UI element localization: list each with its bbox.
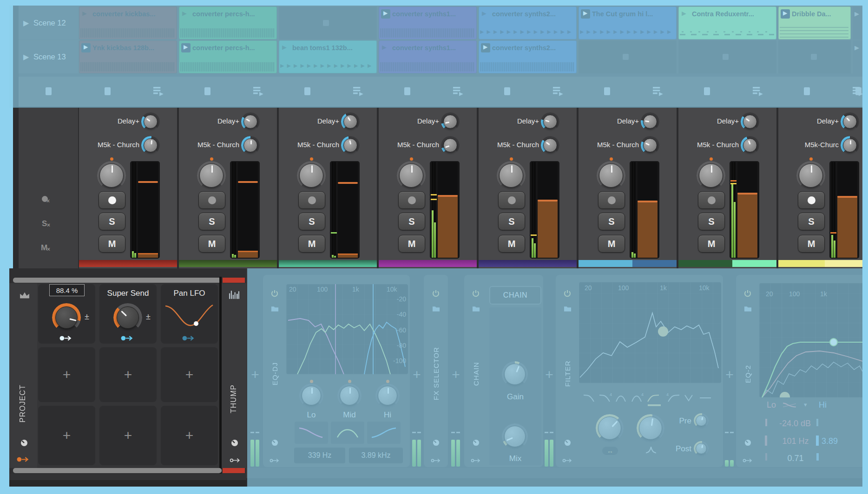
eq-dj-power-icon[interactable] (271, 290, 278, 297)
send-knob[interactable] (441, 136, 460, 155)
mute-clear-button[interactable]: M × (41, 243, 55, 253)
mute-button[interactable]: M (198, 235, 225, 253)
mute-button[interactable]: M (798, 235, 825, 253)
clip-slot-empty[interactable] (778, 40, 851, 73)
solo-button[interactable]: S (798, 213, 825, 230)
send-knob[interactable] (241, 136, 260, 155)
fader-handle[interactable] (338, 182, 358, 184)
crown-icon[interactable] (20, 292, 30, 299)
remote-cell-empty[interactable]: + (161, 347, 218, 402)
mod-route-icon-1[interactable] (59, 335, 72, 341)
send-knob[interactable] (341, 136, 360, 155)
eq-2-freq-value[interactable]: 101 Hz (772, 436, 819, 446)
solo-button[interactable]: S (198, 213, 225, 230)
pan-lfo-curve[interactable] (164, 301, 215, 329)
insert-device-button[interactable]: + (450, 368, 462, 382)
clip-stack-button[interactable] (653, 86, 664, 96)
clip-stack-button[interactable] (753, 86, 764, 96)
record-arm-button[interactable] (198, 191, 225, 209)
eq-2-lo-label[interactable]: Lo (767, 400, 776, 410)
remote-volume-knob[interactable] (52, 303, 81, 332)
insert-device-button[interactable]: + (723, 368, 736, 382)
filter-spectrum[interactable] (579, 282, 721, 383)
project-knob-icon[interactable] (20, 439, 28, 447)
mute-button[interactable]: M (99, 235, 125, 253)
fx-selector-preset-folder-icon[interactable] (432, 306, 440, 312)
filter-pre-knob[interactable] (694, 413, 709, 428)
eq-dj-low-freq-field[interactable]: 339 Hz (294, 448, 345, 463)
send-knob[interactable] (141, 136, 160, 155)
plusminus-1[interactable]: ± (85, 312, 89, 322)
record-arm-button[interactable] (498, 191, 525, 209)
filter-stereo-icon[interactable]: ↔ (602, 447, 618, 455)
fx-selector-power-icon[interactable] (432, 290, 440, 297)
thump-key-icon[interactable] (230, 457, 241, 463)
eq-dj-shape-high-button[interactable] (367, 422, 401, 444)
volume-knob[interactable] (97, 161, 126, 190)
filter-post-knob[interactable] (694, 441, 709, 456)
mute-button[interactable]: M (698, 235, 725, 253)
clip[interactable]: ▶converter synths1... (379, 40, 477, 73)
eq-2-preset-folder-icon[interactable] (744, 306, 752, 312)
clip-slot-partial[interactable]: ▶ (853, 40, 862, 73)
chain-gain-knob[interactable] (502, 361, 528, 387)
chain-header-button[interactable]: CHAIN (489, 286, 541, 305)
clip-playing-button[interactable]: ▶ (381, 9, 390, 19)
thump-knob-icon[interactable] (231, 439, 238, 447)
clip-stack-button[interactable] (553, 86, 564, 96)
eq-2-q-value[interactable]: 0.71 (772, 454, 819, 463)
scene-header[interactable]: ▶Scene 13 (19, 40, 78, 73)
eq-2-power-icon[interactable] (744, 290, 751, 297)
eq-2-gain-value[interactable]: -24.0 dB (769, 419, 821, 429)
eq-2-key-icon[interactable] (743, 457, 753, 462)
fader-handle[interactable] (138, 181, 158, 183)
remote-cell-empty[interactable]: + (99, 347, 157, 402)
project-modulation-icon[interactable] (17, 456, 30, 462)
meter-fader-group[interactable] (230, 161, 260, 259)
eq-2-spectrum[interactable] (759, 283, 862, 397)
chain-key-icon[interactable] (471, 457, 481, 462)
filter-node-handle[interactable] (658, 326, 668, 337)
record-arm-button[interactable] (298, 191, 325, 209)
clip-stack-button[interactable] (453, 86, 464, 96)
eq-dj-shape-low-button[interactable] (295, 422, 328, 444)
clip-playing-button[interactable]: ▶ (781, 9, 790, 19)
clip[interactable]: ▶Ynk kickbas 128b... (79, 40, 177, 73)
clip-slot-empty[interactable] (678, 40, 776, 73)
filter-bell-icon[interactable] (645, 446, 657, 454)
solo-button[interactable]: S (598, 213, 625, 230)
volume-knob[interactable] (397, 161, 426, 190)
solo-clear-button[interactable]: S × (42, 219, 55, 228)
volume-knob[interactable] (796, 161, 825, 190)
fader-handle[interactable] (737, 193, 757, 195)
filter-cutoff-knob[interactable] (596, 414, 624, 442)
chain-label[interactable]: CHAIN (471, 325, 480, 422)
fader-handle[interactable] (438, 195, 458, 197)
send-knob[interactable] (841, 112, 859, 131)
clip-playing-button[interactable]: ▶ (581, 9, 590, 19)
thump-device-icon[interactable] (229, 291, 239, 299)
clip-stack-button[interactable] (353, 86, 364, 96)
track-stop-button[interactable] (404, 87, 410, 95)
plusminus-2[interactable]: ± (146, 312, 151, 322)
solo-button[interactable]: S (99, 213, 125, 230)
filter-preset-folder-icon[interactable] (564, 306, 572, 312)
meter-fader-group[interactable] (130, 161, 160, 259)
eq-dj-knob-mid[interactable] (337, 384, 362, 408)
insert-device-button[interactable]: + (411, 368, 423, 382)
send-knob[interactable] (441, 112, 460, 131)
chain-knob-icon[interactable] (473, 439, 480, 446)
eq-2-hi-label[interactable]: Hi (819, 400, 827, 410)
clip[interactable]: ▶converter percs-h... (179, 40, 277, 73)
device-panel-top-scrollbar[interactable] (13, 278, 222, 283)
fader-handle[interactable] (238, 181, 258, 183)
record-arm-button[interactable] (99, 191, 125, 209)
record-arm-button[interactable] (798, 191, 825, 209)
clip-stack-button[interactable] (153, 86, 164, 96)
solo-button[interactable]: S (298, 213, 325, 230)
track-stop-button[interactable] (704, 87, 710, 95)
clip-playing-button[interactable]: ▶ (481, 43, 490, 52)
volume-knob[interactable] (197, 161, 226, 190)
track-stop-button[interactable] (504, 87, 510, 95)
eq-dj-knob-lo[interactable] (299, 384, 323, 408)
